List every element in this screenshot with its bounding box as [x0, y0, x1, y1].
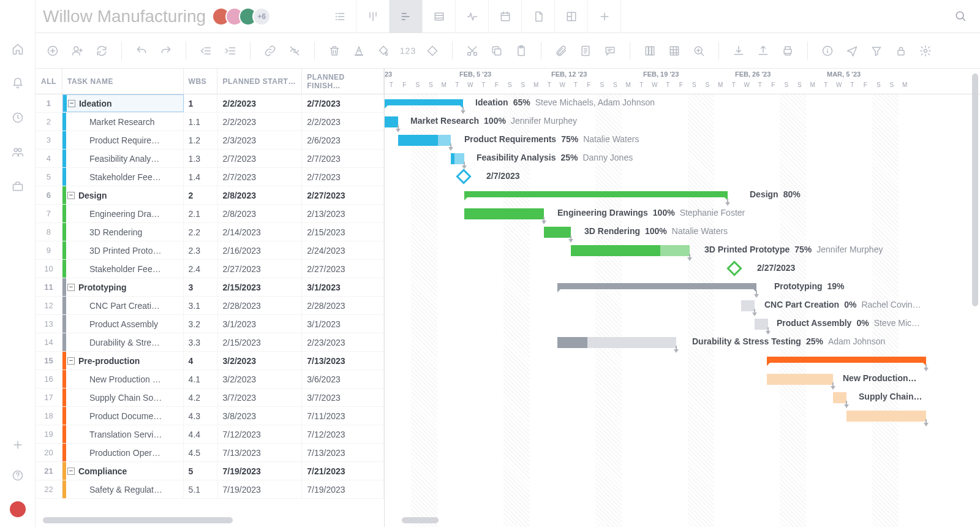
gantt-row[interactable] — [385, 407, 980, 425]
task-row[interactable]: 4Feasibility Analy…1.32/7/20232/7/2023 — [36, 150, 384, 168]
task-row[interactable]: 10Stakeholder Fee…2.42/27/20232/27/2023 — [36, 260, 384, 278]
gantt-row[interactable]: 3D Printed Prototype75%Jennifer Murphey — [385, 241, 980, 260]
task-row[interactable]: 18Product Docume…4.33/8/20237/11/2023 — [36, 407, 384, 425]
col-wbs[interactable]: WBS — [184, 69, 218, 94]
board-view-tab[interactable] — [356, 0, 390, 33]
summary-bar[interactable] — [464, 191, 728, 197]
send-icon[interactable] — [842, 41, 862, 61]
task-name-cell[interactable]: Engineering Dra… — [62, 205, 184, 222]
task-name-cell[interactable]: Product Docume… — [62, 407, 184, 425]
redo-icon[interactable] — [156, 41, 176, 61]
clock-icon[interactable] — [12, 112, 24, 126]
task-bar[interactable] — [398, 135, 451, 146]
task-name-cell[interactable]: Production Oper… — [62, 444, 184, 461]
col-start[interactable]: PLANNED START… — [217, 69, 302, 94]
task-row[interactable]: 12CNC Part Creati…3.12/28/20232/28/2023 — [36, 297, 384, 315]
task-name-cell[interactable]: 3D Printed Proto… — [62, 241, 184, 259]
print-icon[interactable] — [778, 41, 797, 61]
task-row[interactable]: 7Engineering Dra…2.12/8/20232/13/2023 — [36, 205, 384, 223]
cut-icon[interactable] — [462, 41, 482, 61]
refresh-icon[interactable] — [92, 41, 111, 61]
add-task-icon[interactable] — [43, 41, 62, 61]
task-row[interactable]: 6−Design22/8/20232/27/2023 — [36, 186, 384, 205]
task-name-cell[interactable]: 3D Rendering — [62, 223, 184, 241]
notes-icon[interactable] — [576, 41, 595, 61]
number-format-icon[interactable]: 123 — [398, 41, 418, 61]
task-name-cell[interactable]: Product Require… — [62, 131, 184, 149]
unlink-icon[interactable] — [285, 41, 304, 61]
attachment-icon[interactable] — [551, 41, 571, 61]
collapse-toggle[interactable]: − — [68, 100, 75, 107]
indent-icon[interactable] — [221, 41, 240, 61]
task-name-cell[interactable]: Durability & Stre… — [62, 333, 184, 351]
info-icon[interactable] — [818, 41, 837, 61]
team-icon[interactable] — [12, 146, 24, 161]
zoom-icon[interactable] — [689, 41, 709, 61]
collapse-toggle[interactable]: − — [67, 192, 75, 199]
collapse-toggle[interactable]: − — [67, 357, 75, 365]
task-row[interactable]: 22Safety & Regulat…5.17/19/20237/19/2023 — [36, 480, 384, 499]
task-name-cell[interactable]: −Ideation — [62, 94, 184, 112]
text-color-icon[interactable] — [349, 41, 369, 61]
gantt-row[interactable]: Feasibility Analysis25%Danny Jones — [385, 150, 980, 168]
outdent-icon[interactable] — [196, 41, 216, 61]
settings-icon[interactable] — [916, 41, 935, 61]
add-icon[interactable] — [12, 439, 24, 453]
gantt-row[interactable]: Product Requirements75%Natalie Waters — [385, 131, 980, 150]
gantt-row[interactable]: Prototyping19% — [385, 278, 980, 297]
search-icon[interactable] — [954, 10, 967, 25]
gantt-view-tab[interactable] — [390, 0, 423, 33]
gantt-row[interactable]: Ideation65%Steve Michaels, Adam Johnson — [385, 94, 980, 113]
task-row[interactable]: 83D Rendering2.22/14/20232/15/2023 — [36, 223, 384, 241]
gantt-row[interactable] — [385, 352, 980, 370]
gantt-row[interactable]: CNC Part Creation0%Rachel Covin… — [385, 297, 980, 315]
task-bar[interactable] — [767, 374, 833, 385]
grid-icon[interactable] — [665, 41, 684, 61]
task-bar[interactable] — [846, 411, 926, 422]
task-name-cell[interactable]: Stakeholder Fee… — [62, 260, 184, 278]
task-row[interactable]: 14Durability & Stre…3.32/15/20232/23/202… — [36, 333, 384, 352]
gantt-row[interactable]: New Production… — [385, 370, 980, 389]
gantt-scrollbar[interactable] — [402, 517, 439, 523]
task-bar[interactable] — [557, 337, 676, 348]
col-all[interactable]: ALL — [36, 69, 62, 94]
comment-icon[interactable] — [600, 41, 620, 61]
task-row[interactable]: 19Translation Servi…4.47/12/20237/12/202… — [36, 425, 384, 444]
add-view-tab[interactable] — [588, 0, 621, 33]
col-finish[interactable]: PLANNED FINISH… — [302, 69, 384, 94]
gantt-row[interactable]: Engineering Drawings100%Stephanie Foster — [385, 205, 980, 223]
sheet-view-tab[interactable] — [423, 0, 456, 33]
gantt-row[interactable]: 3D Rendering100%Natalie Waters — [385, 223, 980, 241]
filter-icon[interactable] — [867, 41, 886, 61]
import-icon[interactable] — [729, 41, 748, 61]
task-row[interactable]: 93D Printed Proto…2.32/16/20232/24/2023 — [36, 241, 384, 260]
dashboard-view-tab[interactable] — [555, 0, 588, 33]
task-bar[interactable] — [464, 208, 544, 219]
task-name-cell[interactable]: Feasibility Analy… — [62, 150, 184, 167]
summary-bar[interactable] — [767, 357, 926, 363]
link-icon[interactable] — [260, 41, 280, 61]
lock-icon[interactable] — [891, 41, 911, 61]
member-avatars[interactable]: +6 — [217, 7, 271, 26]
task-name-cell[interactable]: −Compliance — [62, 462, 184, 480]
col-task[interactable]: TASK NAME — [62, 69, 184, 94]
export-icon[interactable] — [753, 41, 773, 61]
task-bar[interactable] — [571, 245, 690, 256]
paste-icon[interactable] — [511, 41, 531, 61]
task-row[interactable]: 1−Ideation12/2/20232/7/2023 — [36, 94, 384, 113]
task-row[interactable]: 20Production Oper…4.57/13/20237/13/2023 — [36, 444, 384, 462]
vertical-scrollbar[interactable] — [972, 74, 978, 306]
task-name-cell[interactable]: −Design — [62, 186, 184, 204]
gantt-body[interactable]: Ideation65%Steve Michaels, Adam JohnsonM… — [385, 94, 980, 527]
task-name-cell[interactable]: Safety & Regulat… — [62, 480, 184, 498]
task-name-cell[interactable]: Supply Chain So… — [62, 389, 184, 406]
fill-color-icon[interactable] — [374, 41, 393, 61]
file-view-tab[interactable] — [522, 0, 555, 33]
briefcase-icon[interactable] — [12, 180, 24, 195]
milestone-marker[interactable] — [456, 169, 471, 184]
task-name-cell[interactable]: −Prototyping — [62, 278, 184, 296]
task-row[interactable]: 21−Compliance57/19/20237/21/2023 — [36, 462, 384, 480]
collapse-toggle[interactable]: − — [67, 468, 75, 475]
summary-bar[interactable] — [557, 283, 756, 289]
activity-view-tab[interactable] — [456, 0, 489, 33]
